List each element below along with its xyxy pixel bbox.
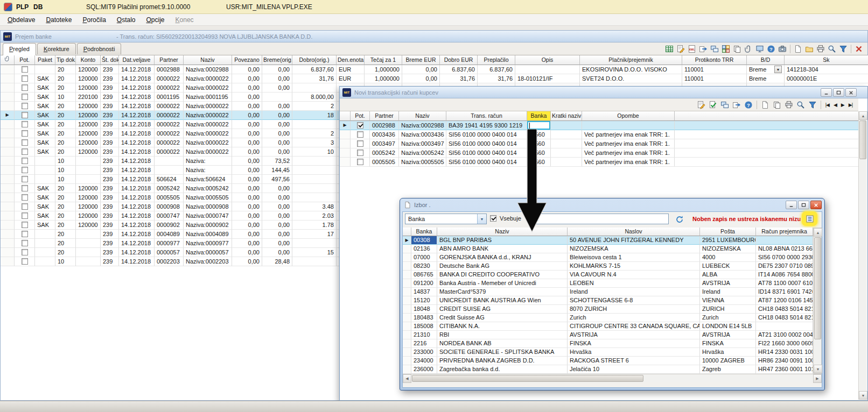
row-checkbox[interactable] bbox=[22, 167, 28, 173]
row-checkbox[interactable] bbox=[22, 130, 28, 137]
col-header-posta[interactable]: Pošta bbox=[700, 228, 756, 236]
grid-row[interactable]: 234000PRIVREDNA BANKA ZAGREB D.D.RACKOGA… bbox=[403, 357, 813, 365]
row-checkbox[interactable] bbox=[22, 139, 28, 146]
menu-item-datoteke[interactable]: Datoteke bbox=[40, 14, 77, 25]
zoom-icon[interactable] bbox=[795, 100, 806, 110]
col-header-dobro[interactable]: Dobro(orig.) bbox=[292, 55, 337, 65]
col-header-naziv[interactable]: Naziv bbox=[184, 55, 232, 65]
list-icon[interactable] bbox=[806, 215, 814, 223]
grid-row[interactable]: 0005505Naziva:0005505SI56 0100 0000 0400… bbox=[340, 158, 858, 167]
row-checkbox[interactable] bbox=[22, 103, 28, 109]
doc-icon[interactable] bbox=[793, 44, 803, 54]
row-checkbox[interactable] bbox=[22, 231, 28, 237]
grid-row[interactable]: 236000Zagrebačka banka d.d.Jelačića 10Za… bbox=[403, 365, 813, 374]
row-checkbox[interactable] bbox=[22, 94, 28, 100]
screens-icon[interactable] bbox=[709, 44, 720, 54]
grid-row[interactable]: 091200Banka Austria - Memeber of Unicred… bbox=[403, 279, 813, 288]
menu-item-konec[interactable]: Konec bbox=[170, 14, 199, 25]
camera-icon[interactable] bbox=[777, 44, 788, 54]
row-checkbox[interactable] bbox=[22, 249, 28, 255]
grid-row[interactable]: 18048CREDIT SUISE AG8070 ZURICHZURICHCH1… bbox=[403, 305, 813, 314]
row-checkbox[interactable] bbox=[22, 176, 28, 182]
izbor-horizontal-scrollbar[interactable]: ◀ ▶ bbox=[403, 374, 822, 382]
menu-item-ostalo[interactable]: Ostalo bbox=[111, 14, 141, 25]
nav-next-icon[interactable]: ▶ bbox=[839, 101, 846, 109]
grid-row[interactable]: ▶00308BGL BNP PARIBAS50 AVENUE JOHN FITZ… bbox=[403, 236, 813, 245]
scroll-thumb[interactable] bbox=[859, 120, 866, 159]
scroll-thumb[interactable] bbox=[814, 237, 821, 339]
grid-row[interactable]: 185008CITIBANK N.A.CITIGROUP CENTRE 33 C… bbox=[403, 322, 813, 331]
izbor-titlebar[interactable]: Izbor . bbox=[400, 198, 824, 211]
copy-icon[interactable] bbox=[732, 44, 743, 54]
scroll-right-button[interactable]: ▶ bbox=[813, 374, 822, 383]
row-checkbox[interactable] bbox=[357, 150, 363, 156]
col-header-sk[interactable]: Sk bbox=[785, 55, 868, 65]
row-checkbox[interactable] bbox=[22, 75, 28, 82]
tiles-icon[interactable] bbox=[720, 44, 731, 54]
row-checkbox[interactable] bbox=[22, 148, 28, 155]
main-window-titlebar[interactable]: MIT Prejem banke - Trans. račun: SI56029… bbox=[1, 31, 867, 42]
contains-checkbox[interactable] bbox=[490, 215, 496, 222]
row-checkbox[interactable] bbox=[22, 240, 28, 246]
col-header-partner[interactable]: Partner bbox=[370, 111, 399, 121]
scroll-down-button[interactable]: ▼ bbox=[814, 365, 822, 373]
folder-icon[interactable] bbox=[804, 44, 815, 54]
chevron-down-icon[interactable]: ▼ bbox=[477, 214, 486, 224]
scroll-up-button[interactable]: ▲ bbox=[814, 228, 822, 237]
col-header-breme_eur[interactable]: Breme EUR bbox=[402, 55, 440, 65]
col-header-povezano[interactable]: Povezano bbox=[232, 55, 262, 65]
grid-row[interactable]: 15120UNICREDIT BANK AUSTRIA AG WienSCHOT… bbox=[403, 296, 813, 305]
grid-row[interactable]: 0005242Naziva:0005242SI56 0100 0000 0400… bbox=[340, 148, 858, 158]
attach-icon[interactable] bbox=[743, 44, 754, 54]
edit-icon[interactable] bbox=[675, 44, 686, 54]
close-button[interactable] bbox=[810, 201, 822, 209]
menu-item-porocila[interactable]: Poročila bbox=[77, 14, 111, 25]
col-header-den[interactable]: Den.enota bbox=[337, 55, 365, 65]
nav-last-icon[interactable]: ▶| bbox=[847, 101, 854, 109]
row-checkbox[interactable] bbox=[22, 121, 28, 127]
doc-icon[interactable] bbox=[760, 100, 771, 110]
grid-row[interactable]: 14837MasterCard°5379IrelandIrelandID14 8… bbox=[403, 288, 813, 296]
minimize-button[interactable] bbox=[786, 201, 797, 209]
row-checkbox[interactable] bbox=[22, 212, 28, 219]
tab-pregled[interactable]: Pregled bbox=[3, 43, 36, 55]
col-header-att[interactable] bbox=[1, 55, 15, 65]
help-icon[interactable]: ? bbox=[766, 44, 776, 54]
scroll-thumb[interactable] bbox=[412, 375, 643, 382]
col-header-paket[interactable]: Paket bbox=[35, 55, 55, 65]
col-header-pot[interactable]: Pot. bbox=[15, 55, 35, 65]
col-header-opis[interactable]: Opis bbox=[515, 55, 580, 65]
scroll-up-button[interactable]: ▲ bbox=[859, 111, 867, 120]
scroll-down-button[interactable]: ▼ bbox=[859, 391, 867, 400]
grid-row[interactable]: 0003436Naziva:0003436SI56 0100 0000 0400… bbox=[340, 130, 858, 139]
zoom-icon[interactable] bbox=[827, 44, 837, 54]
col-header-datum[interactable]: Dat.veljave bbox=[119, 55, 155, 65]
search-input[interactable] bbox=[534, 214, 669, 224]
trr-window-titlebar[interactable]: MIT Novi transakcijski računi kupcev bbox=[340, 87, 867, 98]
row-checkbox[interactable] bbox=[357, 140, 363, 147]
grid-row[interactable]: SAK2012000023914.12.20180000022Naziva:00… bbox=[1, 74, 868, 83]
grid-row[interactable]: 233000SOCIETE GENERALE - SPLITSKA BANKAH… bbox=[403, 348, 813, 357]
tab-podrobnosti[interactable]: Podrobnosti bbox=[77, 43, 122, 54]
col-header-rs[interactable] bbox=[403, 228, 411, 236]
col-header-racun[interactable]: Račun prejemnika bbox=[756, 228, 813, 236]
export-icon[interactable] bbox=[731, 100, 742, 110]
grid-row[interactable]: 21310RBIAVSTRIJAAVSTRIJAAT21 3100 0002 0… bbox=[403, 331, 813, 339]
grid-row[interactable]: 02136ABN AMRO BANKNIZOZEMSKANIZOZEMSKANL… bbox=[403, 245, 813, 253]
bd-dropdown-button[interactable]: ▼ bbox=[774, 66, 782, 73]
col-header-dobro_eur[interactable]: Dobro EUR bbox=[440, 55, 478, 65]
col-header-preplacilo[interactable]: Preplačilo bbox=[478, 55, 515, 65]
monitor-icon[interactable] bbox=[754, 44, 765, 54]
copy-icon[interactable] bbox=[772, 100, 782, 110]
col-header-bd[interactable]: B/D bbox=[747, 55, 785, 65]
table-icon[interactable] bbox=[664, 44, 675, 54]
col-header-naziv[interactable]: Naziv bbox=[399, 111, 446, 121]
row-checkbox[interactable] bbox=[22, 258, 28, 265]
xml-icon[interactable]: XML bbox=[687, 44, 697, 54]
help-icon[interactable]: ? bbox=[743, 100, 754, 110]
col-header-konto[interactable]: Konto bbox=[76, 55, 101, 65]
col-header-partner[interactable]: Partner bbox=[155, 55, 184, 65]
nav-prev-icon[interactable]: ◀ bbox=[832, 101, 838, 109]
col-header-tip[interactable]: Tip dok. bbox=[55, 55, 76, 65]
nav-first-icon[interactable]: |◀ bbox=[824, 101, 831, 109]
